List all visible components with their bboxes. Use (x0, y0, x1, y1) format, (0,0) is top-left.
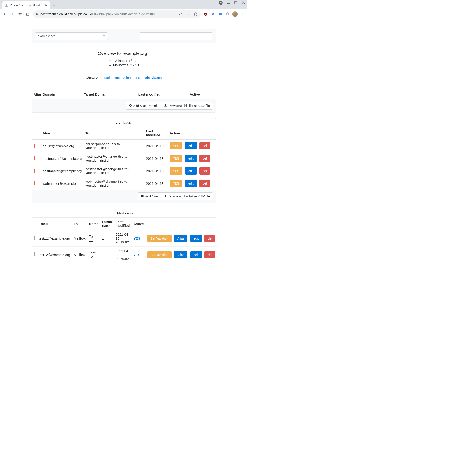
indicator-icon (34, 236, 35, 240)
folder-icon[interactable] (218, 12, 223, 17)
active-yes-button[interactable]: YES (170, 142, 182, 150)
edit-button[interactable]: edit (185, 180, 197, 187)
active-yes-button[interactable]: YES (170, 167, 182, 175)
active-yes-button[interactable]: YES (170, 180, 182, 187)
indicator-icon (34, 144, 35, 148)
to-cell: Mailbox (72, 230, 87, 247)
add-alias-domain-button[interactable]: Add Alias Domain (126, 102, 161, 110)
del-button[interactable]: del (200, 180, 210, 187)
star-icon[interactable] (193, 11, 198, 17)
modified-cell: 2021-04-13 (144, 152, 168, 165)
new-tab-button[interactable]: + (50, 3, 57, 8)
svg-point-8 (243, 13, 243, 13)
edit-button[interactable]: edit (185, 155, 197, 162)
download-aliases-csv-button[interactable]: Download this list as CSV file (161, 193, 213, 200)
show-all[interactable]: All (96, 76, 101, 80)
domain-select[interactable]: example.org (35, 32, 108, 40)
alias-cell: postmaster@example.org (41, 165, 84, 177)
show-domain-aliases-link[interactable]: Domain Aliases (138, 76, 161, 80)
col-email: Email (37, 218, 72, 230)
menu-icon[interactable] (240, 11, 245, 17)
maximize-icon[interactable] (234, 0, 238, 5)
col-to: To (84, 127, 144, 139)
indicator-icon (34, 156, 35, 160)
active-yes-button[interactable]: YES (170, 155, 182, 162)
alias-row: abuse@example.org abuse@change-this-to-y… (32, 139, 216, 152)
col-active: Active (168, 127, 212, 139)
col-alias: Alias (41, 127, 84, 139)
show-filter: Show: All :: Mailboxes :: Aliases :: Dom… (35, 76, 212, 81)
download-alias-domain-csv-button[interactable]: Download this list as CSV file (161, 102, 213, 110)
search-wrap (140, 32, 212, 40)
svg-point-10 (243, 15, 243, 16)
svg-text:u: u (205, 13, 206, 15)
mailbox-row: test12@example.org Mailbox Test 12 1 202… (32, 247, 217, 261)
col-active: Active (132, 218, 146, 230)
reload-icon[interactable] (17, 11, 23, 17)
indicator-icon (34, 169, 35, 173)
alias-button[interactable]: Alias (174, 251, 187, 258)
address-bar[interactable]: postfixadmin.david.palepurple.co.uk/list… (33, 10, 201, 18)
show-aliases-link[interactable]: Aliases (123, 76, 134, 80)
edit-button[interactable]: edit (190, 235, 202, 242)
to-cell: webmaster@change-this-to-your.domain.tld (84, 177, 144, 190)
alias-button[interactable]: Alias (174, 235, 187, 242)
edit-button[interactable]: edit (185, 167, 197, 175)
svg-point-9 (243, 14, 243, 15)
del-button[interactable]: del (200, 142, 210, 150)
ublock-icon[interactable]: u (203, 12, 208, 17)
zoom-icon[interactable] (185, 11, 191, 17)
mailboxes-title: :: Mailboxes (32, 209, 216, 218)
show-mailboxes-link[interactable]: Mailboxes (104, 76, 120, 80)
minimize-icon[interactable] (226, 0, 230, 5)
name-cell: Test 11 (87, 230, 100, 247)
set-vacation-button[interactable]: Set Vacation (147, 235, 171, 242)
to-cell: Mailbox (72, 247, 87, 261)
set-vacation-button[interactable]: Set Vacation (147, 251, 171, 258)
profile-indicator-icon[interactable] (218, 1, 223, 5)
key-icon[interactable] (178, 11, 184, 17)
download-icon (164, 195, 167, 198)
lock-icon (35, 12, 39, 16)
del-button[interactable]: del (204, 235, 215, 242)
forward-icon[interactable] (9, 11, 15, 17)
home-icon[interactable] (25, 11, 31, 17)
edit-button[interactable]: edit (185, 142, 197, 150)
svg-rect-2 (227, 3, 229, 4)
alias-cell: abuse@example.org (41, 139, 84, 152)
add-alias-button[interactable]: Add Alias (138, 193, 161, 200)
plus-icon (129, 104, 132, 108)
scroll-region[interactable]: example.org Overview for example.org : A… (0, 19, 247, 261)
avatar-icon[interactable] (232, 11, 238, 17)
favicon-icon (5, 3, 8, 7)
col-modified: Last modified (114, 218, 132, 230)
browser-tab[interactable]: Postfix Admin - postfixad… ✕ (2, 1, 50, 9)
snowflake-icon[interactable] (210, 12, 215, 17)
modified-cell: 2021-04-13 (144, 177, 168, 190)
del-button[interactable]: del (200, 167, 210, 175)
browser-window: Postfix Admin - postfixad… ✕ + postfixad… (0, 0, 247, 261)
col-name: Name (87, 218, 100, 230)
close-tab-icon[interactable]: ✕ (44, 3, 48, 7)
quota-cell: 1 (100, 230, 114, 247)
modified-cell: 2021-04-13 (144, 139, 168, 152)
col-last-modified: Last modified (136, 90, 188, 99)
url-text: postfixadmin.david.palepurple.co.uk/list… (41, 12, 176, 16)
close-window-icon[interactable] (241, 0, 246, 5)
active-link[interactable]: YES (134, 253, 140, 257)
svg-rect-4 (36, 14, 38, 15)
col-target-domain: Target Domain (82, 90, 136, 99)
alias-cell: hostmaster@example.org (41, 152, 84, 165)
col-alias-domain: Alias Domain (32, 90, 82, 99)
active-link[interactable]: YES (134, 236, 140, 240)
back-icon[interactable] (2, 11, 7, 17)
overview-aliases: Aliases: 4 / 10 (113, 59, 139, 63)
del-button[interactable]: del (204, 251, 215, 258)
extensions-icon[interactable] (225, 12, 230, 17)
quota-cell: 1 (100, 247, 114, 261)
mailbox-row: test11@example.org Mailbox Test 11 1 202… (32, 230, 217, 247)
alias-row: postmaster@example.org postmaster@change… (32, 165, 216, 177)
del-button[interactable]: del (200, 155, 210, 162)
edit-button[interactable]: edit (190, 251, 202, 258)
search-input[interactable] (140, 32, 212, 40)
